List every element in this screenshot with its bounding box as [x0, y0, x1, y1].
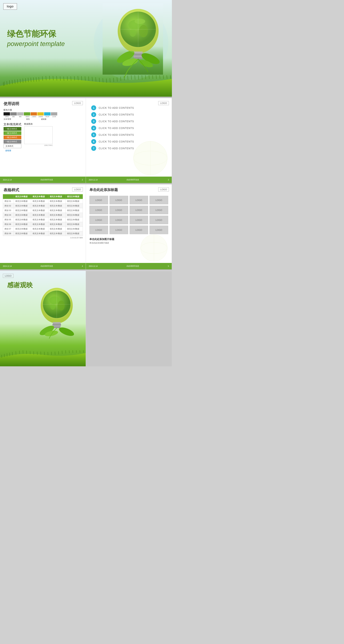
content-item-4[interactable]: 4 CLICK TO ADD CONTENTS — [91, 126, 166, 130]
slide2-footer-info: 此处请填写信息 — [41, 178, 53, 181]
svg-line-103 — [27, 351, 27, 354]
cell: 填充文本/数据 — [31, 222, 48, 227]
svg-line-99 — [12, 352, 13, 355]
cell: 填充文本/数据 — [48, 199, 66, 204]
table-row: 类别 04填充文本/数据填充文本/数据填充文本/数据填充文本/数据 — [3, 213, 83, 218]
svg-point-18 — [118, 9, 159, 53]
logo-grid-item-2[interactable]: LOGO — [110, 196, 128, 204]
cell: 填充文本/数据 — [31, 199, 48, 204]
svg-line-117 — [76, 350, 77, 353]
svg-line-65 — [153, 75, 153, 79]
th-4: 填充文本/数据 — [66, 194, 83, 199]
slide-logo-grid: 单击此处添加标题 LOGO LOGO LOGO LOGO LOGO LOGO L… — [86, 184, 172, 269]
slide3-logo: LOGO — [158, 101, 169, 105]
svg-line-47 — [89, 76, 89, 81]
logo-grid-item-13[interactable]: LOGO — [89, 226, 108, 234]
svg-line-108 — [44, 352, 45, 355]
content-item-5[interactable]: 5 CLICK TO ADD CONTENTS — [91, 132, 166, 137]
th-0 — [3, 194, 14, 199]
row-label-4: 类别 04 — [3, 213, 14, 218]
svg-line-53 — [110, 78, 110, 82]
click-note[interactable]: 点击此处进行编辑 — [0, 236, 86, 240]
color-label-1: 法/黑色 — [4, 116, 10, 118]
svg-line-101 — [19, 351, 20, 354]
cell: 填充文本/数据 — [31, 227, 48, 231]
logo-grid-item-9[interactable]: LOGO — [89, 216, 108, 224]
svg-point-94 — [41, 288, 73, 323]
svg-line-64 — [149, 75, 149, 79]
slides-row-6-7: LOGO 感谢观映 — [0, 270, 172, 366]
cell: 填充文本/数据 — [48, 222, 66, 227]
logo-grid-item-3[interactable]: LOGO — [130, 196, 148, 204]
style-link: 超链接 — [4, 149, 21, 152]
svg-line-54 — [113, 78, 114, 82]
content-num-3: 3 — [91, 119, 96, 124]
logo-grid-item-4[interactable]: LOGO — [150, 196, 168, 204]
fill-label: 填充 — [26, 118, 30, 120]
content-item-3[interactable]: 3 CLICK TO ADD CONTENTS — [91, 119, 166, 124]
logo-grid-item-14[interactable]: LOGO — [110, 226, 128, 234]
slide4-footer-info: 此处请填写信息 — [41, 265, 53, 267]
row-label-3: 类别 03 — [3, 208, 14, 213]
slide3-footer-date: 2024.12.14 — [89, 179, 98, 181]
row-label-7: 类别 07 — [3, 227, 14, 231]
logo-grid-item-6[interactable]: LOGO — [110, 206, 128, 214]
color-swatches — [4, 112, 82, 116]
color-label-6: 三级填充 — [37, 116, 44, 118]
cell: 填充文本/数据 — [31, 208, 48, 213]
row-label-2: 类别 02 — [3, 204, 14, 208]
slide-usage-instructions: 使用说明 LOGO 配色方案 法/黑色 辅助 辅助 一级填充 二级填充 三级填充 — [0, 98, 86, 183]
cell: 填充文本/数据 — [66, 218, 83, 222]
slides-row-4-5: 表格样式 LOGO 填充文本/数据 填充文本/数据 填充文本/数据 填充文本/数… — [0, 184, 172, 269]
svg-line-66 — [156, 75, 156, 79]
slide2-logo: LOGO — [72, 101, 83, 105]
styles-section: 文本/填充样式 一般文本样式 一般文本样式 一般文本样式 一般文本样式 文本样式… — [0, 121, 86, 154]
svg-line-110 — [51, 352, 52, 355]
slide6-logo: LOGO — [3, 274, 14, 278]
text-styles-col: 文本/填充样式 一般文本样式 一般文本样式 一般文本样式 一般文本样式 文本样式… — [4, 122, 21, 152]
color-swatch-gray2 — [17, 112, 24, 116]
cell: 填充文本/数据 — [66, 208, 83, 213]
color-label-4: 一级填充 — [24, 116, 30, 118]
table-row: 类别 08填充文本/数据填充文本/数据填充文本/数据填充文本/数据 — [3, 231, 83, 236]
svg-line-63 — [145, 75, 146, 79]
logo-grid-item-1[interactable]: LOGO — [89, 196, 108, 204]
slide5-bg-globe — [140, 234, 168, 262]
logo-grid-item-12[interactable]: LOGO — [150, 216, 168, 224]
logo-grid-item-16[interactable]: LOGO — [150, 226, 168, 234]
logo-grid-item-11[interactable]: LOGO — [130, 216, 148, 224]
footnote: 注释文字样式 — [24, 144, 53, 146]
slide3-page-num: 3 — [168, 179, 169, 181]
slide2-footer-date: 2024.12.14 — [3, 179, 12, 181]
logo-grid-item-10[interactable]: LOGO — [110, 216, 128, 224]
content-item-1[interactable]: 1 CLICK TO ADD CONTENTS — [91, 105, 166, 110]
svg-line-109 — [48, 352, 48, 355]
color-swatch-yellow — [37, 112, 44, 116]
content-item-2[interactable]: 2 CLICK TO ADD CONTENTS — [91, 112, 166, 117]
cell: 填充文本/数据 — [66, 231, 83, 236]
table-row: 类别 03填充文本/数据填充文本/数据填充文本/数据填充文本/数据 — [3, 208, 83, 213]
cell: 填充文本/数据 — [14, 227, 31, 231]
content-num-1: 1 — [91, 105, 96, 110]
cell: 填充文本/数据 — [48, 227, 66, 231]
svg-line-45 — [81, 76, 82, 80]
slide4-logo: LOGO — [72, 188, 83, 192]
row-label-5: 类别 05 — [3, 218, 14, 222]
cell: 填充文本/数据 — [48, 213, 66, 218]
logo-grid-item-7[interactable]: LOGO — [130, 206, 148, 214]
style-outline: 文本样式 — [4, 144, 21, 148]
svg-line-44 — [78, 76, 78, 80]
cell: 填充文本/数据 — [14, 231, 31, 236]
logo-grid-item-5[interactable]: LOGO — [89, 206, 108, 214]
logo-grid-item-15[interactable]: LOGO — [130, 226, 148, 234]
color-swatch-black — [4, 112, 10, 116]
cell: 填充文本/数据 — [31, 218, 48, 222]
content-text-2: CLICK TO ADD CONTENTS — [99, 113, 134, 116]
svg-line-49 — [96, 77, 96, 82]
logo: logo — [3, 3, 17, 10]
svg-line-59 — [131, 75, 132, 80]
slide3-footer-info: 此处请填写信息 — [127, 178, 139, 181]
color-swatch-gray3 — [51, 112, 57, 116]
logo-grid-item-8[interactable]: LOGO — [150, 206, 168, 214]
slide6-grass — [0, 350, 86, 366]
